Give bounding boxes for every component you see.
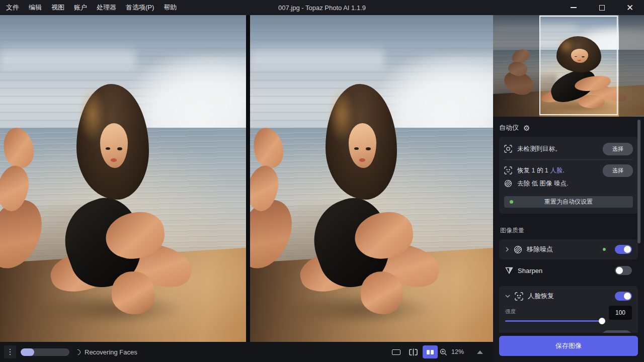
face-recovery-label: 人脸恢复 [528, 292, 554, 301]
noise-removal-row: 去除 低 图像 噪点. [504, 177, 633, 190]
progress-bar [21, 348, 69, 356]
chevron-right-icon[interactable] [505, 247, 509, 252]
face-selection-row: 1人脸选择 选择 [505, 330, 632, 333]
view-mode-switcher [388, 342, 438, 362]
reset-autopilot-button[interactable]: 重置为自动仪设置 [504, 196, 633, 208]
green-status-icon [510, 200, 513, 204]
close-icon: ✕ [626, 4, 633, 12]
zoom-dropdown-arrow-icon[interactable] [477, 350, 483, 354]
menu-file[interactable]: 文件 [6, 3, 19, 12]
denoise-toggle[interactable] [615, 245, 632, 254]
settings-sidebar: 自动仪 ⚙ 未检测到目标。 选择 [493, 15, 644, 362]
menu-account[interactable]: 账户 [74, 3, 87, 12]
window-title: 007.jpg - Topaz Photo AI 1.1.9 [278, 4, 366, 12]
navigation-thumbnail[interactable] [493, 15, 644, 117]
viewport-rectangle[interactable] [539, 16, 618, 115]
titlebar: 文件 编辑 视图 账户 处理器 首选项(P) 帮助 007.jpg - Topa… [0, 0, 644, 15]
side-by-side-icon [427, 350, 434, 354]
minimize-button[interactable] [559, 0, 588, 15]
zoom-control: 12% [440, 342, 483, 362]
autopilot-card: 未检测到目标。 选择 恢复 1 的 1 人脸. 选择 [499, 137, 638, 214]
subject-select-button[interactable]: 选择 [603, 143, 633, 155]
face-recovery-row: 恢复 1 的 1 人脸. 选择 [504, 164, 633, 177]
slider-handle[interactable] [599, 318, 605, 324]
zoom-in-icon[interactable] [440, 348, 447, 356]
minimize-icon [571, 7, 577, 8]
menu-edit[interactable]: 编辑 [29, 3, 42, 12]
thumbnail-dim-right [619, 15, 644, 117]
face-link[interactable]: 人脸 [550, 167, 562, 174]
chevron-down-icon[interactable] [505, 294, 510, 298]
photo-subject-woman [0, 15, 246, 342]
save-image-button[interactable]: 保存图像 [499, 336, 638, 356]
status-bar: Recovering Faces 12% [0, 342, 493, 362]
green-status-icon [603, 248, 606, 251]
side-by-side-view-button[interactable] [423, 345, 438, 358]
sharpen-icon [505, 267, 513, 274]
face-recovery-card: 人脸恢复 强度 100 1人脸选择 选择 [499, 286, 638, 333]
split-view-icon [409, 348, 418, 356]
gear-icon[interactable]: ⚙ [523, 124, 530, 132]
face-selection-button[interactable]: 选择 [602, 330, 632, 333]
denoise-icon [504, 179, 512, 188]
autopilot-header: 自动仪 ⚙ [499, 123, 638, 132]
after-image-pane[interactable] [250, 15, 493, 342]
window-controls: ✕ [559, 0, 644, 15]
menu-help[interactable]: 帮助 [164, 3, 177, 12]
spinner-icon [74, 348, 82, 355]
beach-photo [250, 15, 493, 342]
image-viewer [0, 15, 493, 342]
progress-fill [21, 348, 34, 356]
processing-status-text: Recovering Faces [85, 348, 137, 356]
subject-status-text: 未检测到目标。 [517, 145, 561, 153]
panel-scrollbar[interactable] [637, 120, 640, 243]
split-view-button[interactable] [406, 345, 421, 358]
kebab-menu-icon [10, 349, 11, 350]
topaz-photo-ai-window: 文件 编辑 视图 账户 处理器 首选项(P) 帮助 007.jpg - Topa… [0, 0, 644, 362]
menu-view[interactable]: 视图 [51, 3, 64, 12]
photo-subject-woman [250, 15, 493, 342]
target-detect-icon [504, 145, 512, 153]
beach-photo [0, 15, 246, 342]
sharpen-toggle[interactable] [615, 266, 632, 275]
menu-preferences[interactable]: 首选项(P) [126, 3, 154, 12]
strength-control: 强度 100 [505, 308, 632, 322]
single-view-button[interactable] [388, 345, 404, 358]
before-image-pane[interactable] [0, 15, 246, 342]
thumbnail-dim-left [493, 15, 539, 117]
faces-selected-label: 1人脸选择 [505, 332, 534, 333]
strength-slider[interactable] [505, 320, 602, 322]
divider [504, 159, 633, 160]
autopilot-title: 自动仪 [499, 123, 519, 132]
image-quality-section-title: 图像质量 [500, 226, 637, 235]
denoise-label: 移除噪点 [527, 245, 553, 254]
maximize-icon [599, 5, 605, 11]
menu-processor[interactable]: 处理器 [97, 3, 116, 12]
close-button[interactable]: ✕ [616, 0, 644, 15]
zoom-level-value[interactable]: 12% [451, 348, 464, 355]
subject-detection-row: 未检测到目标。 选择 [504, 142, 633, 155]
noise-status-text: 去除 低 图像 噪点. [517, 179, 568, 188]
denoise-card[interactable]: 移除噪点 [499, 239, 638, 259]
single-view-icon [392, 349, 400, 355]
face-status-text: 恢复 1 的 1 人脸. [517, 166, 565, 175]
maximize-button[interactable] [588, 0, 616, 15]
sharpen-label: Sharpen [518, 267, 542, 275]
face-recovery-icon [515, 292, 523, 301]
face-detect-icon [504, 166, 512, 174]
face-recovery-toggle[interactable] [615, 292, 632, 301]
kebab-menu-button[interactable] [4, 345, 16, 358]
strength-value-field[interactable]: 100 [609, 306, 632, 320]
face-select-button[interactable]: 选择 [603, 164, 633, 177]
sharpen-row[interactable]: Sharpen [499, 259, 638, 282]
menu-bar: 文件 编辑 视图 账户 处理器 首选项(P) 帮助 [0, 3, 186, 12]
denoise-icon [514, 245, 522, 254]
settings-panel: 自动仪 ⚙ 未检测到目标。 选择 [493, 117, 644, 333]
